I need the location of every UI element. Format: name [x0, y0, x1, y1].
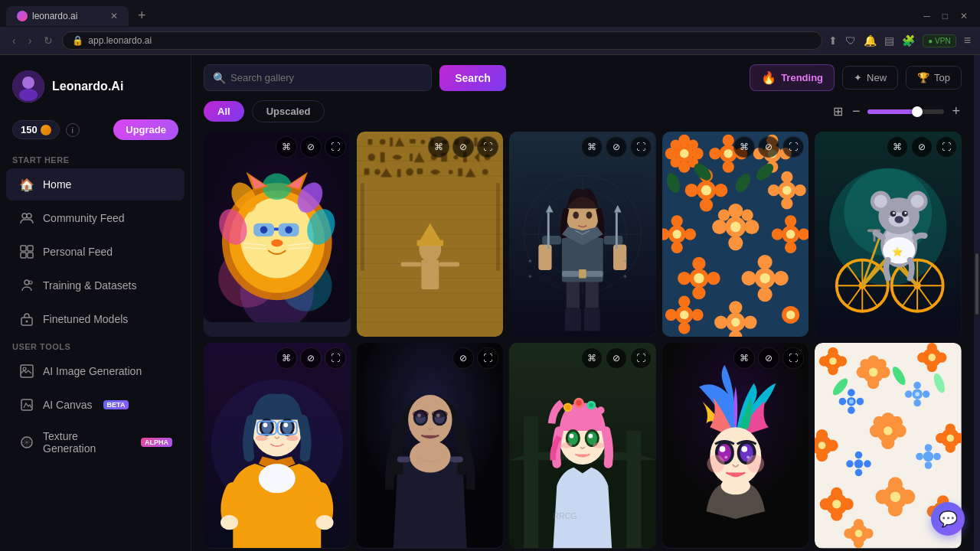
share-icon[interactable]: ⬆ [828, 34, 838, 47]
svg-point-370 [864, 461, 872, 468]
personal-feed-icon [18, 243, 35, 260]
tab-close-btn[interactable]: ✕ [110, 11, 118, 21]
menu-icon[interactable]: ≡ [964, 34, 971, 47]
overlay-vary-btn-3[interactable]: ⊘ [606, 136, 627, 158]
sidebar-item-community-feed[interactable]: Community Feed [6, 202, 185, 234]
overlay-expand-btn-7[interactable]: ⛶ [477, 347, 498, 369]
svg-point-375 [934, 453, 942, 461]
svg-point-399 [864, 529, 874, 539]
overlay-expand-btn-3[interactable]: ⛶ [630, 136, 652, 158]
sidebar-toggle-icon[interactable]: ▤ [884, 34, 894, 47]
address-bar[interactable]: 🔒 app.leonardo.ai [62, 31, 822, 50]
overlay-expand-btn-2[interactable]: ⛶ [477, 136, 498, 158]
overlay-remix-btn-2[interactable]: ⌘ [428, 136, 449, 158]
gallery-scroll[interactable]: ⌘ ⊘ ⛶ [191, 132, 974, 551]
svg-point-252 [262, 421, 272, 434]
forward-btn[interactable]: › [25, 33, 35, 48]
sidebar-item-personal-feed[interactable]: Personal Feed [6, 236, 185, 268]
win-close[interactable]: ✕ [960, 11, 968, 21]
overlay-remix-btn[interactable]: ⌘ [276, 136, 297, 158]
sidebar-item-texture[interactable]: Texture Generation ALPHA [6, 422, 185, 462]
search-button[interactable]: Search [439, 65, 506, 91]
overlay-remix-btn-3[interactable]: ⌘ [581, 136, 603, 158]
filter-all-btn[interactable]: All [204, 101, 244, 122]
gallery-item-4[interactable]: ⌘ ⊘ ⛶ [662, 132, 809, 337]
filter-upscaled-btn[interactable]: Upscaled [252, 100, 325, 122]
logo-avatar [12, 70, 44, 103]
svg-point-200 [731, 318, 740, 326]
svg-point-260 [286, 435, 298, 442]
svg-point-385 [888, 502, 903, 517]
svg-point-355 [882, 436, 895, 449]
gallery-item-9[interactable]: ⌘ ⊘ ⛶ [662, 343, 809, 548]
app-container: Leonardo.Ai 150 i Upgrade Start Here 🏠 H… [0, 55, 980, 551]
right-scrollbar[interactable] [974, 55, 980, 551]
overlay-vary-btn[interactable]: ⊘ [300, 136, 322, 158]
overlay-expand-btn-6[interactable]: ⛶ [325, 347, 346, 369]
zoom-in-btn[interactable]: + [950, 102, 962, 121]
top-button[interactable]: 🏆 Top [906, 66, 962, 90]
chat-bubble-btn[interactable]: 💬 [931, 502, 965, 536]
browser-controls-bar: ‹ › ↻ 🔒 app.leonardo.ai ⬆ 🛡 🔔 ▤ 🧩 ● VPN … [0, 27, 980, 54]
overlay-vary-btn-5[interactable]: ⊘ [911, 136, 933, 158]
gallery-item-3[interactable]: ✦ ✦ ✦ ✦ ⌘ ⊘ ⛶ [509, 132, 656, 337]
grid-view-icon[interactable]: ⊞ [831, 103, 844, 120]
overlay-expand-btn-8[interactable]: ⛶ [630, 347, 652, 369]
new-tab-btn[interactable]: + [132, 5, 152, 27]
gallery-item-8[interactable]: RRCG ⌘ ⊘ ⛶ [509, 343, 656, 548]
trending-button[interactable]: 🔥 Trending [750, 64, 835, 91]
zoom-out-btn[interactable]: − [851, 102, 862, 121]
logo-text: Leonardo.Ai [52, 80, 123, 93]
gallery-item-7[interactable]: ⊘ ⛶ [357, 343, 504, 548]
sidebar-item-home[interactable]: 🏠 Home [6, 168, 185, 201]
svg-point-244 [905, 212, 907, 214]
overlay-vary-btn-2[interactable]: ⊘ [452, 136, 474, 158]
overlay-expand-btn-5[interactable]: ⛶ [936, 136, 957, 158]
alert-icon[interactable]: 🔔 [864, 34, 877, 47]
refresh-btn[interactable]: ↻ [41, 33, 56, 48]
overlay-vary-btn-8[interactable]: ⊘ [606, 347, 627, 369]
svg-point-194 [678, 296, 690, 308]
upgrade-button[interactable]: Upgrade [113, 119, 178, 140]
gallery-item-2[interactable]: ⌘ ⊘ ⛶ [357, 132, 504, 337]
overlay-vary-btn-6[interactable]: ⊘ [300, 347, 322, 369]
svg-rect-276 [449, 457, 462, 463]
win-maximize[interactable]: □ [942, 11, 948, 21]
overlay-vary-btn-9[interactable]: ⊘ [758, 347, 779, 369]
gallery-item-5[interactable]: ⭐ [815, 132, 962, 337]
svg-point-293 [570, 434, 574, 439]
svg-rect-7 [21, 253, 26, 258]
svg-point-180 [692, 257, 705, 270]
overlay-vary-btn-7[interactable]: ⊘ [452, 347, 474, 369]
overlay-expand-btn-4[interactable]: ⛶ [782, 136, 804, 158]
gallery-item-6[interactable]: ⌘ ⊘ ⛶ [204, 343, 351, 548]
extensions-icon[interactable]: 🧩 [902, 34, 915, 47]
overlay-remix-btn-8[interactable]: ⌘ [581, 347, 603, 369]
gallery-item-1[interactable]: ⌘ ⊘ ⛶ [204, 132, 351, 337]
browser-tab-active[interactable]: leonardo.ai ✕ [6, 6, 129, 26]
sidebar-item-finetuned[interactable]: Finetuned Models [6, 303, 185, 335]
svg-point-189 [741, 271, 756, 285]
overlay-remix-btn-6[interactable]: ⌘ [276, 347, 297, 369]
overlay-vary-btn-4[interactable]: ⊘ [758, 136, 779, 158]
overlay-expand-btn[interactable]: ⛶ [325, 136, 346, 158]
svg-point-10 [29, 281, 32, 284]
sidebar-item-training[interactable]: Training & Datasets [6, 269, 185, 302]
svg-point-183 [707, 272, 720, 285]
credits-info-btn[interactable]: i [66, 123, 80, 137]
overlay-remix-btn-9[interactable]: ⌘ [733, 347, 755, 369]
sidebar-item-ai-image[interactable]: AI Image Generation [6, 355, 185, 387]
back-btn[interactable]: ‹ [9, 33, 19, 48]
top-label: Top [934, 72, 950, 83]
overlay-expand-btn-9[interactable]: ⛶ [782, 347, 804, 369]
overlay-remix-btn-5[interactable]: ⌘ [887, 136, 908, 158]
new-button[interactable]: ✦ New [842, 66, 898, 90]
zoom-slider[interactable] [867, 109, 944, 114]
svg-point-362 [946, 424, 956, 434]
shield-icon[interactable]: 🛡 [845, 34, 856, 47]
svg-point-119 [688, 140, 697, 150]
search-input[interactable] [204, 64, 432, 91]
overlay-remix-btn-4[interactable]: ⌘ [733, 136, 755, 158]
sidebar-item-ai-canvas[interactable]: AI Canvas BETA [6, 389, 185, 421]
win-minimize[interactable]: ─ [923, 11, 930, 21]
